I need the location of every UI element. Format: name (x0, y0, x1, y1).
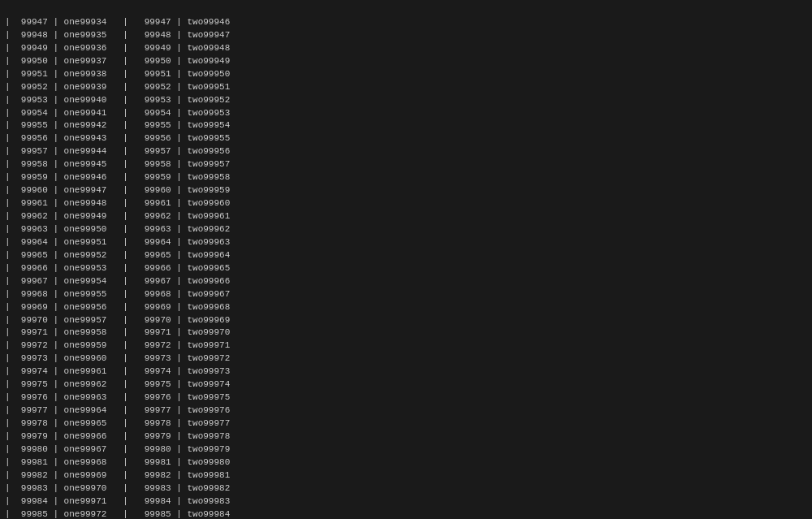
table-rows: | 99947 | one99934 | 99947 | two99946 | … (5, 17, 230, 519)
terminal-output: | 99947 | one99934 | 99947 | two99946 | … (5, 3, 807, 519)
